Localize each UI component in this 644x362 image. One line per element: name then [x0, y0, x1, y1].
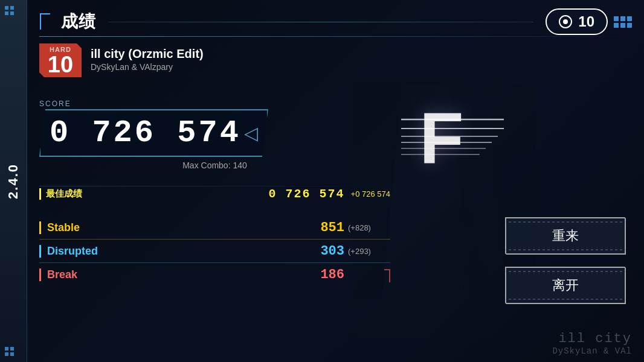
- watermark: ill city DySkyLan & VAl: [552, 331, 632, 356]
- score-circle-fill: [563, 19, 568, 24]
- song-artist: DySkyLan & VAlzpary: [91, 62, 204, 72]
- stat-break-label: Break: [39, 268, 118, 281]
- score-box: 0 726 574 ◁: [39, 109, 268, 157]
- action-buttons: 重来 离开: [505, 217, 626, 304]
- stat-row-disrupted: Disrupted 303 (+293): [39, 244, 390, 259]
- stat-disrupted-diff: (+293): [348, 247, 390, 256]
- score-circle-icon: [559, 15, 572, 28]
- watermark-artist: DySkyLan & VAl: [552, 346, 632, 356]
- header-line: [39, 36, 632, 37]
- top-score-display: 10: [546, 8, 608, 35]
- song-title: ill city (Orzmic Edit): [91, 47, 204, 61]
- song-title-area: ill city (Orzmic Edit) DySkyLan & VAlzpa…: [91, 43, 204, 72]
- left-sidebar: 2.4.0: [0, 0, 27, 362]
- version-label: 2.4.0: [5, 164, 21, 199]
- top-right-corner-dots: [614, 16, 632, 28]
- stat-disrupted-border: [39, 262, 390, 263]
- best-score-value: 0 726 574: [269, 187, 345, 201]
- header: 成绩 10: [39, 8, 632, 35]
- song-info: HARD 10 ill city (Orzmic Edit) DySkyLan …: [39, 43, 204, 77]
- bottom-dots: [5, 347, 14, 356]
- page-title: 成绩: [61, 10, 96, 33]
- stat-break-value: 186: [320, 267, 344, 282]
- top-score-value: 10: [578, 13, 594, 30]
- stats-area: Stable 851 (+828) Disrupted 303 (+293) B…: [39, 220, 390, 291]
- stat-stable-label: Stable: [39, 221, 118, 234]
- stat-row-break: Break 186: [39, 267, 390, 282]
- top-dots: [5, 6, 14, 15]
- grade-display: F: [402, 95, 481, 180]
- stat-disrupted-value: 303: [320, 244, 344, 259]
- score-separator: [39, 186, 390, 186]
- stat-stable-border: [39, 239, 390, 240]
- stat-row-stable: Stable 851 (+828): [39, 220, 390, 235]
- best-score-row: 最佳成绩 0 726 574 +0 726 574: [39, 187, 390, 201]
- main-content: 成绩 10 HARD 10 ill city (Orzmic Edit): [27, 0, 644, 362]
- best-score-label: 最佳成绩: [39, 188, 82, 200]
- stat-stable-diff: (+828): [348, 223, 390, 232]
- max-combo-value: 140: [233, 160, 246, 170]
- exit-button[interactable]: 离开: [505, 267, 626, 304]
- max-combo-display: Max Combo: 140: [39, 160, 390, 170]
- best-score-diff: +0 726 574: [351, 189, 390, 198]
- stat-stable-value: 851: [320, 220, 344, 235]
- retry-button[interactable]: 重来: [505, 217, 626, 255]
- score-label: SCORE: [39, 100, 390, 108]
- header-bracket-icon: [39, 13, 51, 31]
- grade-container: F: [419, 101, 463, 174]
- score-value: 0 726 574: [50, 115, 241, 151]
- score-section: SCORE 0 726 574 ◁ Max Combo: 140: [39, 100, 390, 170]
- max-combo-label: Max Combo:: [182, 160, 230, 170]
- watermark-title: ill city: [552, 331, 632, 346]
- header-divider: [108, 22, 533, 22]
- score-chevron-icon: ◁: [244, 122, 258, 144]
- break-bracket-icon: [381, 267, 393, 282]
- grade-letter: F: [419, 97, 463, 178]
- difficulty-badge: HARD 10: [39, 43, 82, 77]
- difficulty-number: 10: [44, 53, 77, 76]
- stat-disrupted-label: Disrupted: [39, 245, 118, 258]
